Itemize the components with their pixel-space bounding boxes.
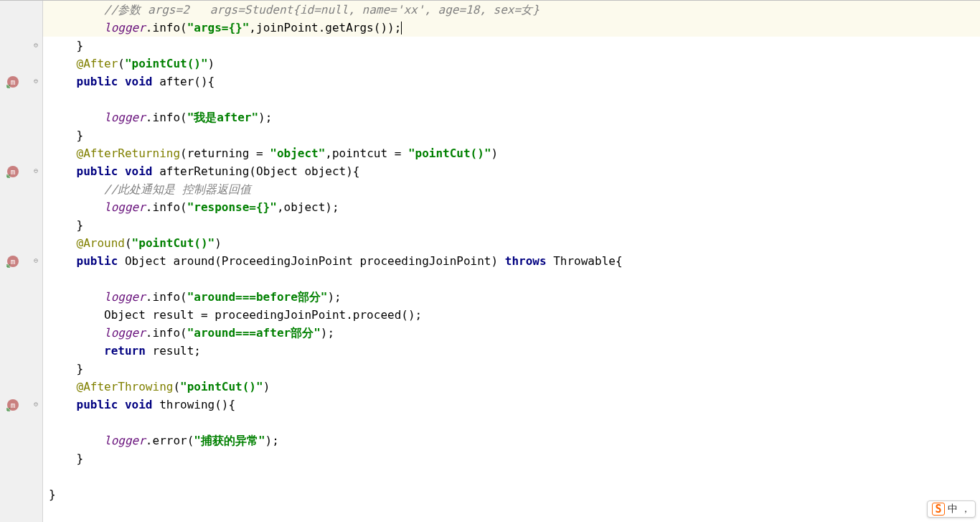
- code-line[interactable]: }: [43, 360, 980, 378]
- code-line[interactable]: //参数 args=2 args=Student{id=null, name='…: [43, 1, 980, 19]
- code-line[interactable]: return result;: [43, 342, 980, 360]
- code-text: result;: [146, 344, 201, 358]
- svg-text:m: m: [11, 78, 16, 87]
- code-text: ,joinPoint.getArgs());: [249, 21, 401, 34]
- field-ref: logger: [104, 200, 146, 214]
- code-text: );: [321, 326, 334, 340]
- code-area[interactable]: //参数 args=2 args=Student{id=null, name='…: [43, 1, 980, 522]
- keyword: public: [77, 164, 118, 178]
- method-call: .info(: [146, 21, 187, 34]
- fold-marker[interactable]: ⊖: [34, 400, 41, 407]
- fold-marker[interactable]: ⊖: [34, 41, 41, 48]
- code-text: }: [49, 452, 83, 465]
- code-line[interactable]: logger.info("around===after部分");: [43, 324, 980, 342]
- code-line[interactable]: @AfterReturning(returning = "object",poi…: [43, 144, 980, 162]
- code-line[interactable]: }: [43, 449, 980, 467]
- fold-marker[interactable]: ⊖: [34, 167, 41, 174]
- code-text: (: [125, 236, 132, 250]
- method-call: .info(: [146, 290, 187, 304]
- keyword: public: [77, 398, 118, 411]
- code-line[interactable]: }: [43, 37, 980, 55]
- method-call: .error(: [146, 434, 194, 447]
- code-line[interactable]: public Object around(ProceedingJoinPoint…: [43, 252, 980, 270]
- code-text: Throwable{: [547, 254, 623, 268]
- override-icon[interactable]: m: [6, 398, 20, 412]
- code-line[interactable]: }: [43, 126, 980, 144]
- code-line[interactable]: public void after(){: [43, 73, 980, 90]
- svg-text:m: m: [11, 257, 16, 266]
- string-literal: "pointCut()": [180, 380, 263, 393]
- field-ref: logger: [104, 21, 146, 34]
- field-ref: logger: [104, 111, 146, 124]
- code-line[interactable]: logger.info("我是after");: [43, 108, 980, 126]
- code-line[interactable]: public void afterRetuning(Object object)…: [43, 162, 980, 180]
- string-literal: "response={}": [187, 200, 277, 214]
- override-icon[interactable]: m: [6, 164, 20, 179]
- keyword: public: [77, 75, 118, 88]
- code-text: }: [49, 488, 56, 501]
- code-text: Object around(ProceedingJoinPoint procee…: [118, 254, 504, 268]
- override-icon[interactable]: m: [6, 254, 20, 269]
- code-text: );: [258, 111, 272, 124]
- code-text: }: [49, 129, 83, 142]
- code-text: ,pointcut =: [325, 146, 408, 160]
- field-ref: logger: [104, 290, 146, 304]
- fold-marker[interactable]: ⊖: [34, 77, 41, 84]
- string-literal: "around===before部分": [187, 290, 328, 304]
- code-line[interactable]: logger.info("response={}",object);: [43, 198, 980, 216]
- code-line[interactable]: logger.info("around===before部分");: [43, 288, 980, 306]
- code-text: }: [49, 39, 83, 52]
- field-ref: logger: [104, 434, 146, 447]
- keyword: public: [77, 254, 118, 268]
- string-literal: "pointCut()": [408, 146, 491, 160]
- annotation: @AfterThrowing: [77, 380, 174, 393]
- keyword: void: [125, 75, 153, 88]
- code-line[interactable]: //此处通知是 控制器返回值: [43, 180, 980, 198]
- code-line[interactable]: logger.error("捕获的异常");: [43, 432, 980, 449]
- code-line[interactable]: @AfterThrowing("pointCut()"): [43, 378, 980, 396]
- text-caret: [401, 22, 402, 34]
- code-text: }: [49, 218, 83, 232]
- code-line[interactable]: [43, 270, 980, 288]
- code-line[interactable]: public void throwing(){: [43, 396, 980, 414]
- ime-mode-label: 中: [948, 503, 958, 516]
- annotation: @After: [77, 57, 118, 70]
- string-literal: "around===after部分": [187, 326, 321, 340]
- code-text: ): [491, 146, 499, 160]
- code-line[interactable]: }: [43, 216, 980, 234]
- code-line[interactable]: @After("pointCut()"): [43, 55, 980, 73]
- method-call: .info(: [146, 111, 187, 124]
- code-text: ): [215, 236, 222, 250]
- code-text: );: [327, 290, 341, 304]
- code-line[interactable]: Object result = proceedingJoinPoint.proc…: [43, 306, 980, 324]
- annotation: @AfterReturning: [77, 146, 181, 160]
- code-line[interactable]: logger.info("args={}",joinPoint.getArgs(…: [43, 19, 980, 37]
- string-literal: "捕获的异常": [194, 434, 265, 447]
- code-text: Object result = proceedingJoinPoint.proc…: [49, 308, 422, 322]
- code-text: after(){: [153, 75, 215, 88]
- code-line[interactable]: [43, 414, 980, 432]
- string-literal: "我是after": [187, 111, 258, 124]
- comment: //此处通知是 控制器返回值: [104, 182, 251, 196]
- code-line[interactable]: [43, 90, 980, 108]
- code-line[interactable]: @Around("pointCut()"): [43, 234, 980, 252]
- code-text: );: [265, 434, 279, 447]
- code-text: afterRetuning(Object object){: [153, 164, 360, 178]
- method-call: .info(: [146, 200, 187, 214]
- code-text: (returning =: [180, 146, 270, 160]
- editor-container: m m m m ⊖ ⊖ ⊖ ⊖ ⊖ //参数 args=2 args=Stude…: [0, 0, 980, 522]
- code-line[interactable]: [43, 467, 980, 485]
- override-icon[interactable]: m: [6, 75, 20, 89]
- code-text: throwing(){: [153, 398, 236, 411]
- ime-indicator[interactable]: S 中 ，: [927, 500, 976, 518]
- code-line[interactable]: }: [43, 485, 980, 503]
- string-literal: "pointCut()": [125, 57, 208, 70]
- annotation: @Around: [77, 236, 125, 250]
- code-text: }: [49, 362, 83, 376]
- code-text: (: [118, 57, 125, 70]
- keyword: void: [125, 164, 153, 178]
- fold-marker[interactable]: ⊖: [34, 256, 41, 264]
- gutter: m m m m ⊖ ⊖ ⊖ ⊖ ⊖: [0, 1, 43, 522]
- ime-punct-label: ，: [961, 503, 971, 516]
- code-text: ): [208, 57, 215, 70]
